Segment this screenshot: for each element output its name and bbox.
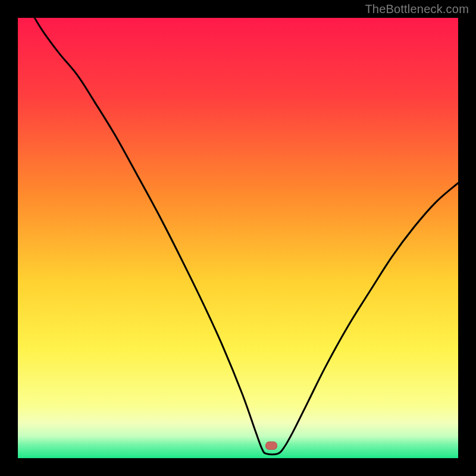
plot-area xyxy=(18,18,458,458)
bottleneck-curve xyxy=(18,18,458,458)
watermark-text: TheBottleneck.com xyxy=(365,2,469,16)
optimal-marker xyxy=(265,441,277,450)
outer-frame: TheBottleneck.com xyxy=(0,0,476,476)
